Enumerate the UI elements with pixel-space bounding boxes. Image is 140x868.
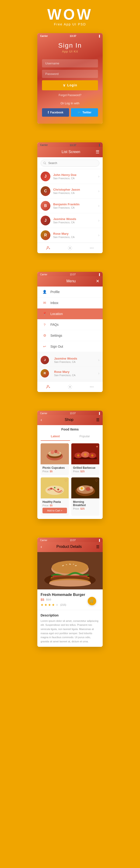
heart-icon-2[interactable]: ♥ bbox=[96, 445, 98, 448]
chevron-down-icon: ∨ bbox=[63, 83, 66, 88]
star-1: ★ bbox=[40, 603, 44, 607]
svg-point-35 bbox=[86, 487, 90, 491]
gap-3 bbox=[0, 399, 140, 408]
list-item[interactable]: J John Henry Doe San Francisco, CA › bbox=[37, 169, 103, 184]
svg-point-7 bbox=[90, 386, 91, 387]
nav-add-contact[interactable] bbox=[37, 245, 59, 251]
facebook-button[interactable]: f Facebook bbox=[42, 108, 69, 117]
menu-item-profile[interactable]: 👤 Profile bbox=[37, 286, 103, 298]
product-price-container: Fresh Homemade Burger $5 $10 🛒 bbox=[40, 593, 100, 601]
svg-point-9 bbox=[93, 386, 93, 387]
svg-point-0 bbox=[47, 246, 49, 248]
heart-icon-1[interactable]: ♡ bbox=[64, 445, 67, 448]
menu-item-inbox[interactable]: ✉ Inbox bbox=[37, 298, 103, 308]
avatar: R bbox=[40, 369, 49, 377]
shop-grid: ♡ Picnic Cupcakes Price: $5 bbox=[37, 443, 103, 519]
more-dots-icon-2 bbox=[89, 384, 94, 389]
close-button[interactable]: ✕ bbox=[96, 279, 100, 284]
menu-item-signout[interactable]: ↩ Sign Out bbox=[37, 341, 103, 352]
nav-settings-2[interactable] bbox=[59, 383, 81, 390]
nav-add-contact-2[interactable] bbox=[37, 383, 59, 390]
username-input[interactable] bbox=[42, 59, 98, 67]
search-bar bbox=[37, 157, 103, 169]
time-text-3: 13:37 bbox=[70, 273, 76, 276]
time-text: 13:37 bbox=[70, 34, 76, 37]
bottom-navigation bbox=[37, 243, 103, 253]
svg-point-27 bbox=[50, 488, 52, 490]
back-button-product[interactable]: ‹ bbox=[40, 545, 42, 549]
review-count: (215) bbox=[60, 603, 66, 606]
svg-point-5 bbox=[47, 385, 49, 387]
menu-list-item[interactable]: R Rose Mary San Francisco, CA › bbox=[37, 367, 103, 380]
product-image bbox=[37, 552, 103, 589]
shop-item-name-1: Picnic Cupcakes bbox=[43, 466, 67, 469]
gap-4 bbox=[0, 526, 140, 535]
add-to-cart-icon-button[interactable]: 🛒 bbox=[88, 597, 96, 605]
login-button[interactable]: ∨ Login bbox=[42, 80, 98, 90]
tab-popular[interactable]: Popular bbox=[70, 432, 100, 441]
menu-item-location[interactable]: 📍 Location bbox=[37, 308, 103, 319]
contact-name: Rose Mary bbox=[53, 232, 98, 236]
time-text-2: 13:37 bbox=[70, 144, 76, 147]
list-item[interactable]: J Jasmine Woods San Francisco, CA › bbox=[37, 213, 103, 228]
location-icon: 📍 bbox=[42, 312, 47, 316]
list-item[interactable]: B Benjamin Franklin San Francisco, CA › bbox=[37, 198, 103, 213]
bottom-padding bbox=[0, 654, 140, 663]
twitter-icon: 🐦 bbox=[78, 111, 81, 114]
menu-screen-wrapper: Carrier 13:37 ▐ Menu ✕ 👤 Profile ✉ I bbox=[0, 270, 140, 399]
shop-phone-screen: Carrier 13:37 ▐ ‹ Shop ☰ Food Items Late… bbox=[37, 411, 103, 519]
hamburger-menu-icon-shop[interactable]: ☰ bbox=[96, 418, 100, 422]
heart-icon-4[interactable]: ♡ bbox=[95, 479, 98, 483]
shop-item-info-3: Healthy Pasta Price: $5 Add to Cart + bbox=[40, 498, 69, 516]
twitter-button[interactable]: 🐦 Twitter bbox=[71, 108, 98, 117]
menu-item-faqs[interactable]: ? FAQs bbox=[37, 319, 103, 330]
carrier-text-4: Carrier bbox=[40, 412, 47, 415]
food-image-4: ♡ bbox=[71, 477, 100, 498]
contact-list: J John Henry Doe San Francisco, CA › C C… bbox=[37, 169, 103, 243]
product-status-bar: Carrier 13:37 ▐ bbox=[37, 537, 103, 542]
forgot-password-link[interactable]: Forgot Password? bbox=[37, 94, 103, 97]
nav-more[interactable] bbox=[81, 245, 103, 251]
list-item[interactable]: C Christopher Jason San Francisco, CA › bbox=[37, 184, 103, 198]
hamburger-menu-icon[interactable]: ☰ bbox=[96, 149, 100, 154]
nav-more-2[interactable] bbox=[81, 383, 103, 390]
contact-location: San Francisco, CA bbox=[53, 236, 98, 239]
search-input[interactable] bbox=[40, 160, 100, 166]
menu-header: Menu ✕ bbox=[37, 276, 103, 286]
avatar: B bbox=[40, 201, 50, 211]
carrier-text-2: Carrier bbox=[40, 144, 48, 146]
shop-status-bar: Carrier 13:37 ▐ bbox=[37, 411, 103, 415]
shop-item-1: ♡ Picnic Cupcakes Price: $5 bbox=[40, 443, 69, 475]
svg-point-3 bbox=[91, 248, 92, 248]
settings-icon bbox=[68, 246, 72, 250]
svg-point-8 bbox=[91, 386, 92, 387]
app-container: WOW Free App UI PSD Carrier 13:37 ▐ Sign… bbox=[0, 0, 140, 663]
product-screen: Carrier 13:37 ▐ ‹ Product Details ☰ bbox=[37, 537, 103, 647]
back-button[interactable]: ‹ bbox=[40, 417, 42, 422]
shop-screen-wrapper: Carrier 13:37 ▐ ‹ Shop ☰ Food Items Late… bbox=[0, 408, 140, 526]
shop-item-info-2: Grilled Barbecue Price: $25 bbox=[71, 464, 100, 475]
hamburger-menu-icon-product[interactable]: ☰ bbox=[96, 545, 100, 549]
menu-item-settings[interactable]: ⚙ Settings bbox=[37, 330, 103, 341]
menu-label-signout: Sign Out bbox=[50, 345, 63, 348]
list-item[interactable]: R Rose Mary San Francisco, CA › bbox=[37, 228, 103, 243]
inbox-icon: ✉ bbox=[42, 301, 47, 305]
list-screen: Carrier 13:37 ▐ List Screen ☰ J bbox=[37, 142, 103, 253]
add-to-cart-button[interactable]: Add to Cart + bbox=[43, 508, 67, 513]
contact-name: Benjamin Franklin bbox=[53, 203, 98, 206]
svg-point-36 bbox=[90, 486, 93, 489]
contact-location: San Francisco, CA bbox=[54, 374, 76, 377]
twitter-label: Twitter bbox=[82, 111, 91, 114]
list-screen-wrapper: Carrier 13:37 ▐ List Screen ☰ J bbox=[0, 140, 140, 260]
svg-point-28 bbox=[57, 489, 59, 491]
tab-latest[interactable]: Latest bbox=[40, 432, 70, 441]
food-image-2: ♥ bbox=[71, 443, 100, 464]
chevron-right-icon: › bbox=[98, 204, 100, 208]
nav-settings[interactable] bbox=[59, 245, 81, 251]
shop-item-4: ♡ Morning Breakfast Price: $25 bbox=[71, 477, 100, 516]
password-input[interactable] bbox=[42, 70, 98, 78]
heart-icon-3[interactable]: ♡ bbox=[64, 479, 67, 483]
menu-list-item[interactable]: J Jasmine Woods San Francisco, CA › bbox=[37, 353, 103, 367]
menu-label-settings: Settings bbox=[50, 334, 62, 337]
signin-inputs bbox=[37, 55, 103, 80]
